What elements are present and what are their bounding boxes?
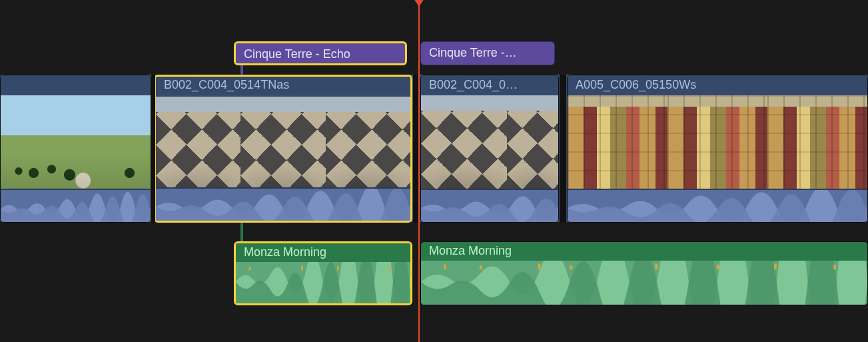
clip-thumbnails — [568, 95, 867, 190]
clip-thumbnails — [156, 97, 410, 191]
svg-rect-8 — [538, 264, 541, 269]
audio-clip-monza-1[interactable]: Monza Morning — [234, 241, 412, 305]
edit-point[interactable] — [151, 75, 155, 223]
audio-clip-label: Monza Morning — [421, 242, 867, 261]
svg-rect-4 — [388, 267, 390, 270]
title-clip-cinque-terre-echo[interactable]: Cinque Terre - Echo — [234, 41, 407, 65]
title-clip-cinque-terre-2[interactable]: Cinque Terre -… — [420, 41, 555, 65]
clip-thumbnails — [421, 95, 558, 190]
thumbnail-icon — [240, 97, 325, 191]
thumbnail-icon — [667, 95, 767, 190]
svg-rect-3 — [337, 266, 339, 270]
thumbnail-icon — [767, 95, 867, 190]
edit-point[interactable] — [413, 75, 420, 223]
video-clip-label: A005_C006_05150Ws — [568, 75, 867, 95]
clip-audio-waveform — [568, 189, 867, 222]
video-clip-b002-part2[interactable]: B002_C004_0… — [420, 75, 559, 223]
thumbnail-icon — [156, 97, 240, 191]
audio-clip-monza-2[interactable]: Monza Morning — [420, 241, 868, 305]
thumbnail-icon — [507, 95, 558, 190]
thumbnail-icon — [421, 95, 507, 190]
video-clip-a005[interactable]: A005_C006_05150Ws — [567, 75, 868, 223]
svg-rect-12 — [774, 264, 777, 269]
primary-storyline: B002_C004_0514TNas B002_C004_0… — [0, 75, 868, 223]
audio-clip-label: Monza Morning — [236, 243, 410, 262]
thumbnail-icon — [326, 97, 410, 191]
thumbnail-icon — [568, 95, 667, 190]
edit-point[interactable] — [560, 75, 566, 223]
svg-rect-9 — [570, 266, 572, 270]
clip-audio-waveform — [421, 189, 558, 222]
video-clip-label: B002_C004_0514TNas — [156, 75, 410, 95]
svg-rect-10 — [655, 264, 657, 269]
connected-audio-track: Monza Morning Monza Morning — [0, 241, 868, 305]
thumbnail-icon — [1, 95, 151, 190]
audio-connector — [240, 223, 243, 241]
svg-rect-13 — [833, 265, 836, 270]
title-clip-label: Cinque Terre - Echo — [244, 47, 350, 61]
clip-audio-waveform — [156, 187, 410, 221]
audio-waveform — [236, 262, 410, 303]
clip-audio-waveform — [1, 189, 151, 222]
svg-rect-1 — [249, 267, 251, 270]
svg-rect-6 — [444, 265, 446, 270]
video-clip-b002-selected[interactable]: B002_C004_0514TNas — [154, 75, 412, 223]
video-clip-label — [1, 75, 151, 95]
video-clip-landscape[interactable] — [0, 75, 151, 223]
svg-rect-2 — [301, 265, 303, 270]
svg-rect-11 — [717, 265, 719, 270]
audio-waveform — [421, 261, 867, 305]
clip-thumbnails — [1, 95, 151, 190]
timeline[interactable]: Cinque Terre - Echo Cinque Terre -… B002… — [0, 0, 868, 342]
title-track: Cinque Terre - Echo Cinque Terre -… — [0, 41, 868, 75]
svg-rect-7 — [480, 266, 482, 270]
video-clip-label: B002_C004_0… — [421, 75, 558, 95]
title-clip-label: Cinque Terre -… — [429, 46, 517, 59]
title-connector — [240, 65, 243, 75]
